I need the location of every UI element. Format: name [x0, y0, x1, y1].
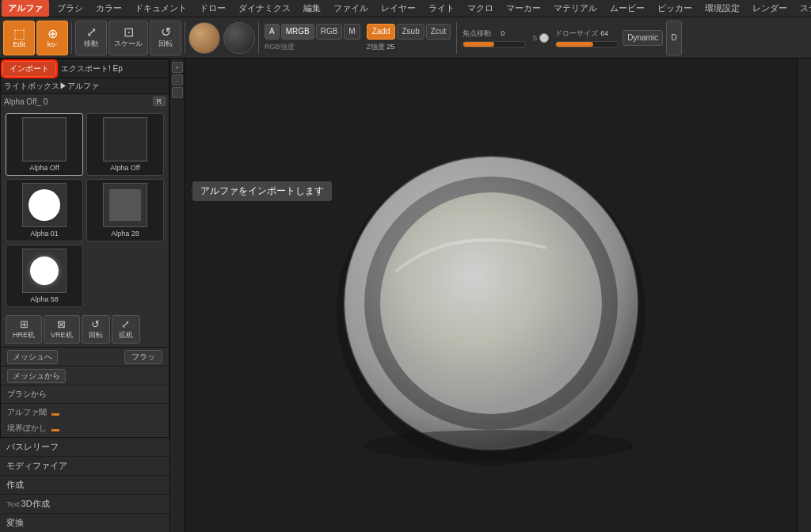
ko-button[interactable]: ⊕ ko-: [36, 21, 68, 55]
brush-from-label[interactable]: ブラシから: [7, 390, 47, 398]
focal-slider[interactable]: [463, 41, 526, 48]
menu-macro[interactable]: マクロ: [461, 0, 500, 17]
mesh-to-row: メッシュへ フラッ: [1, 348, 169, 367]
expand-btn[interactable]: ⤢ 拡机: [112, 315, 140, 344]
menu-render[interactable]: レンダー: [746, 0, 794, 17]
menu-light[interactable]: ライト: [422, 0, 461, 17]
hre-label: HRE机: [13, 330, 35, 340]
sidebar-basrelief[interactable]: バスレリーフ: [0, 438, 169, 457]
rotate-alpha-icon: ↺: [91, 318, 100, 330]
move-button[interactable]: ⤢ 移動: [75, 21, 107, 55]
alpha-cell-off-1[interactable]: Alpha Off: [6, 113, 83, 176]
menu-material[interactable]: マテリアル: [547, 0, 603, 17]
alpha-tool-row: ⊞ HRE机 ⊠ VRE机 ↺ 回転 ⤢ 拡机: [1, 312, 169, 348]
alpha-threshold-item[interactable]: アルファ閾 ▬: [7, 405, 162, 420]
z-strength-label: Z強度: [367, 42, 386, 52]
alpha-grid: Alpha Off Alpha Off Alpha 01: [1, 108, 169, 312]
draw-size-slider[interactable]: [555, 41, 619, 48]
menu-movie[interactable]: ムービー: [603, 0, 651, 17]
alpha-threshold-indicator: ▬: [51, 408, 59, 417]
sidebar-bottom: バスレリーフ モディファイア 作成 Text 3D作成 変換: [0, 438, 169, 532]
3d-scene-svg: [293, 113, 689, 477]
edit-button[interactable]: ⬚ Edit: [3, 21, 35, 55]
alpha-preview-01: [22, 183, 67, 227]
zcut-btn[interactable]: Zcut: [426, 24, 451, 40]
material-dark-button[interactable]: [223, 22, 255, 54]
edge-blur-indicator: ▬: [51, 424, 59, 433]
menu-layer[interactable]: レイヤー: [375, 0, 422, 17]
edge-blur-label: 境界ぼかし: [7, 423, 47, 434]
move-icon: ⤢: [86, 26, 97, 39]
tiny-btn-3[interactable]: ·: [172, 87, 183, 98]
sidebar: インポート エクスポート! Ep ライトボックス▶アルファ Alpha Off_…: [0, 59, 170, 532]
menu-document[interactable]: ドキュメント: [128, 0, 193, 17]
menu-color[interactable]: カラー: [89, 0, 128, 17]
edge-blur-item[interactable]: 境界ぼかし ▬: [7, 421, 162, 435]
mesh-from-btn[interactable]: メッシュから: [7, 369, 66, 383]
alpha-label-off-2: Alpha Off: [110, 164, 139, 172]
sidebar-create[interactable]: 作成: [0, 476, 169, 495]
menu-dynamics[interactable]: ダイナミクス: [232, 0, 297, 17]
focal-slider-group: 焦点移動 0: [463, 28, 526, 48]
sidebar-modifier[interactable]: モディファイア: [0, 457, 169, 476]
mrgb-btn[interactable]: MRGB: [281, 24, 314, 40]
scale-button[interactable]: ⊡ スケール: [109, 21, 148, 55]
rotate-button[interactable]: ↺ 回転: [150, 21, 181, 55]
alpha-r-button[interactable]: R: [153, 97, 166, 106]
menu-file[interactable]: ファイル: [327, 0, 375, 17]
tiny-btn-1[interactable]: +: [172, 62, 183, 73]
import-button[interactable]: インポート: [2, 61, 56, 77]
menu-alpha[interactable]: アルファ: [2, 0, 49, 17]
menu-brush[interactable]: ブラシ: [51, 0, 89, 17]
alpha-label-off-1: Alpha Off: [29, 164, 59, 172]
material-sphere-button[interactable]: [188, 22, 220, 54]
rotate-alpha-btn[interactable]: ↺ 回転: [82, 315, 110, 344]
tooltip-text: アルファをインポートします: [200, 185, 324, 196]
a-label-btn[interactable]: A: [265, 24, 280, 40]
menu-picker[interactable]: ピッカー: [651, 0, 699, 17]
expand-label: 拡机: [119, 330, 133, 340]
hre-btn[interactable]: ⊞ HRE机: [6, 315, 42, 344]
lightbox-row[interactable]: ライトボックス▶アルファ: [1, 78, 169, 94]
sidebar-3d-create[interactable]: Text 3D作成: [0, 495, 169, 514]
rgb-strength-label: RGB強度: [265, 42, 295, 52]
menu-stencil[interactable]: ステンシル: [794, 0, 811, 17]
menu-marker[interactable]: マーカー: [500, 0, 547, 17]
m-btn[interactable]: M: [344, 24, 360, 40]
toolbar: ⬚ Edit ⊕ ko- ⤢ 移動 ⊡ スケール ↺ 回転 A MRGB RGB…: [0, 17, 811, 59]
main-area: インポート エクスポート! Ep ライトボックス▶アルファ Alpha Off_…: [0, 59, 811, 532]
mesh-to-btn[interactable]: メッシュへ: [7, 350, 58, 364]
alpha-label-28: Alpha 28: [111, 230, 139, 238]
alpha-cell-58[interactable]: Alpha 58: [6, 245, 83, 307]
mesh-from-row: メッシュから: [1, 367, 169, 386]
toolbar-divider-2: [185, 22, 185, 54]
alpha-cell-01[interactable]: Alpha 01: [6, 179, 83, 241]
export-label[interactable]: エクスポート! Ep: [58, 63, 126, 74]
d-button[interactable]: D: [666, 21, 682, 55]
zadd-btn[interactable]: Zadd: [367, 24, 396, 40]
menu-draw[interactable]: ドロー: [193, 0, 232, 17]
alpha-cell-28[interactable]: Alpha 28: [86, 179, 164, 241]
dynamic-btn[interactable]: Dynamic: [623, 30, 663, 46]
menu-edit[interactable]: 編集: [297, 0, 327, 17]
rotate-alpha-label: 回転: [89, 330, 103, 340]
edit-icon: ⬚: [13, 28, 25, 40]
alpha-preview-28: [103, 183, 147, 227]
zsub-btn[interactable]: Zsub: [397, 24, 424, 40]
alpha-threshold-label: アルファ閾: [7, 407, 47, 418]
flat-btn[interactable]: フラッ: [124, 350, 162, 364]
vre-btn[interactable]: ⊠ VRE机: [44, 315, 80, 344]
focal-value: 0: [501, 29, 516, 37]
left-tiny-panel: + - ·: [170, 59, 185, 532]
alpha-preview-off-1: [22, 117, 67, 162]
rgb-btn[interactable]: RGB: [316, 24, 343, 40]
sidebar-convert[interactable]: 変換: [0, 514, 169, 532]
lightbox-label: ライトボックス▶アルファ: [4, 81, 99, 92]
draw-size-label: ドローサイズ: [555, 28, 598, 39]
menu-env[interactable]: 環境設定: [699, 0, 746, 17]
alpha-panel-header: インポート エクスポート! Ep: [1, 59, 169, 78]
canvas-area[interactable]: アルファをインポートします: [185, 59, 797, 532]
expand-icon: ⤢: [121, 318, 130, 330]
alpha-cell-off-2[interactable]: Alpha Off: [86, 113, 164, 176]
tiny-btn-2[interactable]: -: [172, 74, 183, 86]
